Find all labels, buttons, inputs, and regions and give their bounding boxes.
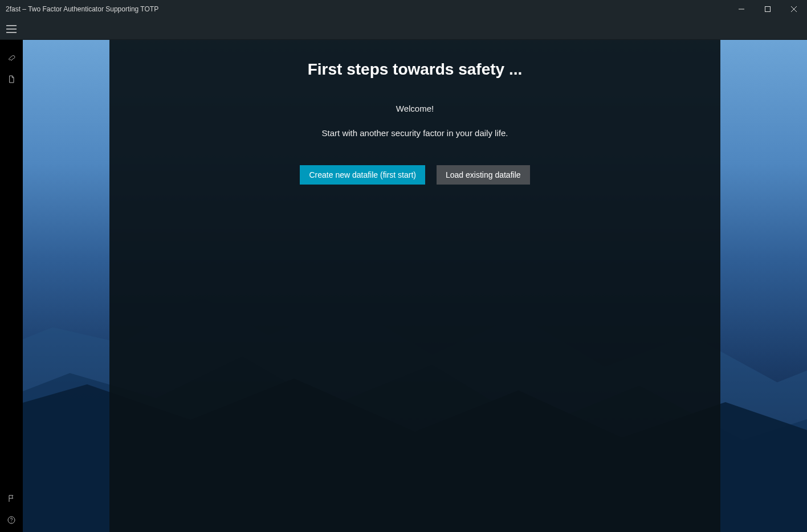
- nav-item-feedback[interactable]: [0, 489, 23, 510]
- file-icon: [7, 75, 16, 86]
- welcome-content: First steps towards safety ... Welcome! …: [109, 40, 720, 185]
- close-button[interactable]: [781, 0, 807, 18]
- svg-point-8: [11, 521, 11, 522]
- titlebar: 2fast – Two Factor Authenticator Support…: [0, 0, 807, 18]
- button-row: Create new datafile (first start) Load e…: [109, 165, 720, 185]
- create-datafile-button[interactable]: Create new datafile (first start): [300, 165, 425, 185]
- welcome-text: Welcome!: [109, 104, 720, 113]
- load-datafile-button[interactable]: Load existing datafile: [437, 165, 530, 185]
- window-controls: [728, 0, 807, 18]
- nav-item-datafile[interactable]: [0, 69, 23, 91]
- flag-icon: [7, 494, 16, 505]
- welcome-panel: First steps towards safety ... Welcome! …: [109, 40, 720, 532]
- key-icon: [7, 53, 16, 64]
- page-heading: First steps towards safety ...: [109, 60, 720, 79]
- content-stage: First steps towards safety ... Welcome! …: [23, 40, 807, 532]
- minimize-button[interactable]: [728, 0, 755, 18]
- help-icon: [7, 515, 16, 527]
- nav-rail: [0, 40, 23, 532]
- nav-item-accounts[interactable]: [0, 48, 23, 69]
- window-title: 2fast – Two Factor Authenticator Support…: [6, 5, 158, 13]
- nav-item-help[interactable]: [0, 510, 23, 532]
- body: First steps towards safety ... Welcome! …: [0, 40, 807, 532]
- maximize-button[interactable]: [755, 0, 781, 18]
- subline-text: Start with another security factor in yo…: [109, 128, 720, 138]
- menu-strip: [0, 18, 807, 40]
- svg-rect-1: [765, 7, 771, 12]
- hamburger-button[interactable]: [6, 23, 17, 35]
